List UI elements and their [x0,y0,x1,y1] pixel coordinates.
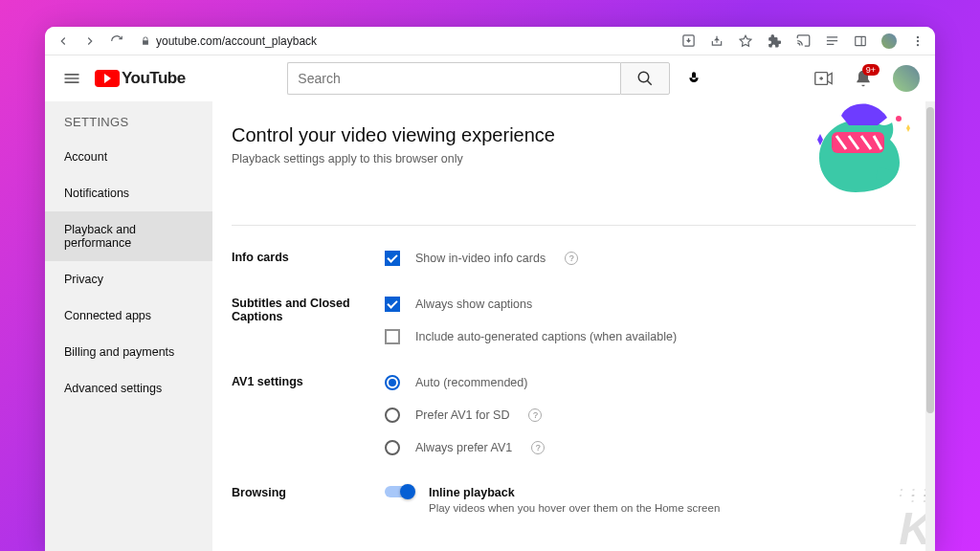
url-text: youtube.com/account_playback [156,34,317,48]
forward-button[interactable] [81,33,99,50]
browser-window: youtube.com/account_playback YouTube [45,27,935,551]
divider [232,225,916,226]
header-actions: 9+ [813,65,920,92]
back-button[interactable] [55,33,72,50]
option-label: Always prefer AV1 [415,441,512,454]
search-input[interactable] [287,62,620,95]
toggle-subtitle: Play videos when you hover over them on … [429,502,720,514]
radio-icon[interactable] [385,440,400,455]
svg-point-3 [917,39,919,41]
option-show-info-cards[interactable]: Show in-video info cards ? [385,251,916,266]
settings-sidebar: SETTINGS Account Notifications Playback … [45,101,212,551]
menu-icon[interactable] [60,67,83,90]
chrome-menu-icon[interactable] [910,33,925,49]
section-heading: Browsing [232,486,385,514]
svg-point-5 [639,72,650,82]
sidebar-item-playback[interactable]: Playback and performance [45,211,212,261]
yt-header: YouTube 9+ [45,55,935,101]
section-captions: Subtitles and Closed Captions Always sho… [232,297,916,344]
install-icon[interactable] [680,33,696,49]
cast-icon[interactable] [795,33,811,49]
search-button[interactable] [620,62,670,95]
svg-point-2 [917,35,919,37]
option-label: Show in-video info cards [415,252,546,265]
option-label: Prefer AV1 for SD [415,408,509,422]
star-icon[interactable] [738,33,753,49]
svg-point-7 [896,116,902,121]
account-avatar[interactable] [893,65,920,92]
option-always-show-captions[interactable]: Always show captions [385,297,916,312]
option-av1-always[interactable]: Always prefer AV1 ? [385,440,916,455]
create-button[interactable] [813,68,834,89]
create-icon [813,68,834,89]
radio-icon[interactable] [385,408,400,423]
sidebar-item-billing[interactable]: Billing and payments [45,334,212,370]
share-icon[interactable] [709,33,724,49]
section-browsing: Browsing Inline playback Play videos whe… [232,486,916,514]
option-label: Auto (recommended) [415,376,527,389]
option-label: Include auto-generated captions (when av… [415,330,677,343]
youtube-logo[interactable]: YouTube [95,69,186,88]
section-heading: AV1 settings [232,375,385,455]
browser-chrome: youtube.com/account_playback [45,27,935,55]
checkbox-icon[interactable] [385,329,400,344]
section-info-cards: Info cards Show in-video info cards ? [232,251,916,266]
section-heading: Info cards [232,251,385,266]
scrollbar-thumb[interactable] [926,107,934,413]
settings-content: Control your video viewing experience Pl… [212,101,935,551]
radio-icon[interactable] [385,375,400,390]
lock-icon [141,36,150,46]
reload-button[interactable] [108,33,125,50]
section-heading: Subtitles and Closed Captions [232,297,385,344]
toggle-switch[interactable] [385,486,413,497]
option-inline-playback[interactable]: Inline playback Play videos when you hov… [385,486,916,514]
scrollbar[interactable] [925,101,935,551]
option-label: Always show captions [415,298,532,311]
notifications-button[interactable]: 9+ [853,68,874,89]
checkbox-icon[interactable] [385,297,400,312]
checkbox-icon[interactable] [385,251,400,266]
option-av1-sd[interactable]: Prefer AV1 for SD ? [385,408,916,423]
section-av1: AV1 settings Auto (recommended) Prefer A… [232,375,916,455]
chrome-actions [680,33,925,49]
address-bar[interactable]: youtube.com/account_playback [135,34,671,48]
notification-badge: 9+ [862,64,880,76]
hero-illustration [803,101,918,197]
page-body: SETTINGS Account Notifications Playback … [45,101,935,551]
sidebar-item-connected-apps[interactable]: Connected apps [45,298,212,334]
side-panel-icon[interactable] [853,33,868,49]
help-icon[interactable]: ? [565,252,578,265]
sidebar-item-advanced[interactable]: Advanced settings [45,370,212,407]
sidebar-item-privacy[interactable]: Privacy [45,261,212,298]
option-auto-captions[interactable]: Include auto-generated captions (when av… [385,329,916,344]
option-av1-auto[interactable]: Auto (recommended) [385,375,916,390]
help-icon[interactable]: ? [528,408,542,422]
svg-point-4 [917,43,919,45]
youtube-wordmark: YouTube [122,69,186,88]
voice-search-button[interactable] [678,62,710,95]
youtube-play-icon [95,70,120,87]
help-icon[interactable]: ? [531,441,545,454]
sidebar-heading: SETTINGS [45,115,212,139]
reading-list-icon[interactable] [824,33,839,49]
toggle-title: Inline playback [429,486,720,499]
search-box [287,62,670,95]
sidebar-item-notifications[interactable]: Notifications [45,175,212,211]
search-icon [636,70,654,87]
extensions-icon[interactable] [767,33,782,49]
chrome-profile-avatar[interactable] [881,33,897,49]
sidebar-item-account[interactable]: Account [45,139,212,175]
microphone-icon [686,71,702,86]
svg-rect-1 [856,36,866,45]
